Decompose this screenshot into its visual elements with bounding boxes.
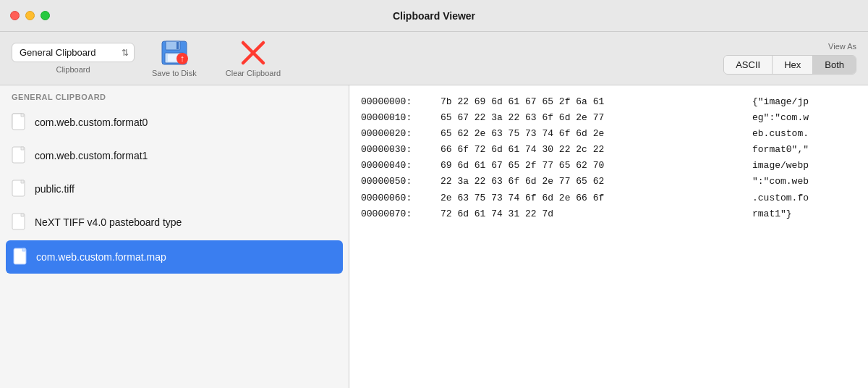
window-title: Clipboard Viewer bbox=[393, 10, 475, 22]
view-ascii-button[interactable]: ASCII bbox=[724, 56, 773, 74]
clipboard-select[interactable]: General Clipboard Find Clipboard bbox=[12, 43, 135, 62]
clipboard-label: Clipboard bbox=[56, 65, 90, 74]
close-button[interactable] bbox=[10, 11, 20, 20]
view-both-button[interactable]: Both bbox=[813, 56, 856, 74]
sidebar-list: com.web.custom.format0 com.web.custom.fo… bbox=[0, 106, 349, 388]
toolbar: General Clipboard Find Clipboard Clipboa… bbox=[0, 32, 868, 85]
save-to-disk-button[interactable]: ↑ Save to Disk bbox=[140, 37, 208, 80]
hex-ascii: {"image/jp eg":"com.w eb.custom. format0… bbox=[741, 94, 856, 379]
save-label: Save to Disk bbox=[152, 69, 197, 77]
sidebar-item-label: com.web.custom.format.map bbox=[36, 251, 166, 263]
file-icon bbox=[12, 113, 27, 132]
content-panel: 00000000: 00000010: 00000020: 00000030: … bbox=[349, 85, 868, 388]
sidebar-item-label: NeXT TIFF v4.0 pasteboard type bbox=[35, 216, 182, 228]
sidebar-item-format1[interactable]: com.web.custom.format1 bbox=[0, 139, 349, 172]
save-icon: ↑ bbox=[160, 40, 189, 66]
hex-bytes: 7b 22 69 6d 61 67 65 2f 6a 61 65 67 22 3… bbox=[441, 94, 741, 379]
sidebar-item-next[interactable]: NeXT TIFF v4.0 pasteboard type bbox=[0, 206, 349, 239]
clear-label: Clear Clipboard bbox=[226, 69, 281, 77]
file-icon bbox=[13, 248, 29, 266]
main-content: General Clipboard com.web.custom.format0 bbox=[0, 85, 868, 388]
window-controls bbox=[10, 11, 50, 20]
sidebar-item-label: public.tiff bbox=[35, 183, 75, 195]
sidebar-item-format0[interactable]: com.web.custom.format0 bbox=[0, 106, 349, 139]
title-bar: Clipboard Viewer bbox=[0, 0, 868, 32]
svg-text:↑: ↑ bbox=[180, 53, 185, 64]
view-as-label: View As bbox=[828, 42, 856, 51]
file-icon bbox=[12, 146, 27, 165]
clear-icon bbox=[239, 40, 268, 66]
file-icon bbox=[12, 180, 27, 198]
minimize-button[interactable] bbox=[25, 11, 35, 20]
clear-clipboard-button[interactable]: Clear Clipboard bbox=[214, 37, 292, 80]
view-hex-button[interactable]: Hex bbox=[773, 56, 813, 74]
sidebar-item-tiff[interactable]: public.tiff bbox=[0, 172, 349, 206]
sidebar: General Clipboard com.web.custom.format0 bbox=[0, 85, 349, 388]
clipboard-select-group: General Clipboard Find Clipboard Clipboa… bbox=[12, 43, 135, 74]
view-as-group: View As ASCII Hex Both bbox=[723, 42, 856, 75]
sidebar-item-map[interactable]: com.web.custom.format.map bbox=[6, 240, 343, 274]
svg-rect-2 bbox=[176, 42, 179, 49]
hex-addresses: 00000000: 00000010: 00000020: 00000030: … bbox=[361, 94, 441, 379]
file-icon bbox=[12, 213, 27, 232]
hex-view: 00000000: 00000010: 00000020: 00000030: … bbox=[349, 85, 868, 388]
clipboard-select-wrapper[interactable]: General Clipboard Find Clipboard bbox=[12, 43, 135, 62]
sidebar-item-label: com.web.custom.format0 bbox=[35, 117, 148, 128]
sidebar-item-label: com.web.custom.format1 bbox=[35, 150, 148, 161]
sidebar-header: General Clipboard bbox=[0, 85, 349, 106]
maximize-button[interactable] bbox=[41, 11, 50, 20]
view-as-buttons: ASCII Hex Both bbox=[723, 55, 856, 75]
